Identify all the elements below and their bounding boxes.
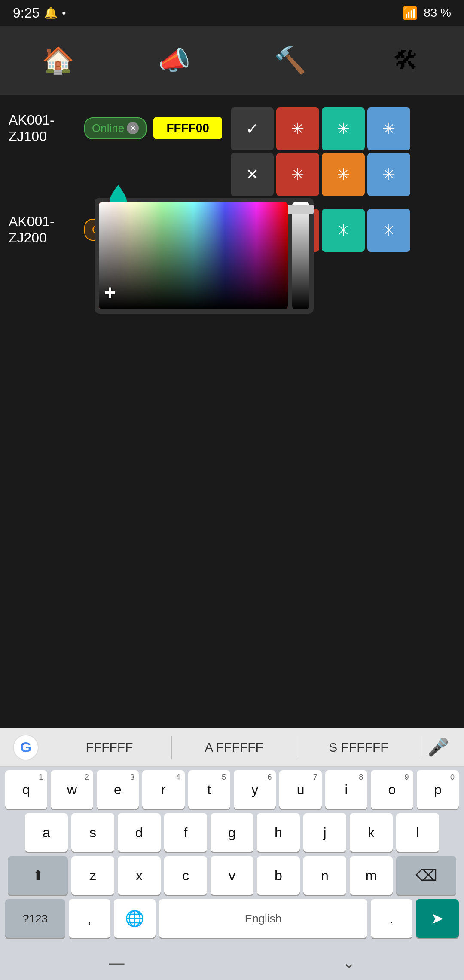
bottom-chevron[interactable]: ⌄: [342, 954, 355, 972]
key-v[interactable]: v: [211, 856, 253, 895]
gradient-area: [99, 202, 288, 309]
star-btn-b1[interactable]: ✳: [367, 107, 410, 150]
key-g[interactable]: g: [211, 813, 253, 852]
key-c[interactable]: c: [164, 856, 207, 895]
google-logo: G: [9, 730, 43, 765]
status-bar: 9:25 🔔 • 📶 83 %: [0, 0, 464, 26]
mic-button[interactable]: 🎤: [421, 730, 455, 765]
hammer-nav-icon[interactable]: 🔨: [269, 39, 311, 82]
star-btn-r1[interactable]: ✳: [276, 107, 319, 150]
period-key[interactable]: .: [371, 899, 412, 938]
home-nav-icon[interactable]: 🏠: [37, 39, 79, 82]
key-row-bottom: ?123 , 🌐 English . ➤: [5, 899, 459, 938]
star-btn-b2[interactable]: ✳: [367, 153, 410, 196]
key-s[interactable]: s: [71, 813, 114, 852]
battery-level: 83 %: [424, 6, 451, 20]
key-j[interactable]: j: [303, 813, 346, 852]
key-x[interactable]: x: [118, 856, 161, 895]
star-btn-o1[interactable]: ✳: [322, 153, 365, 196]
status-close-1[interactable]: ✕: [127, 122, 139, 134]
globe-key[interactable]: 🌐: [114, 899, 156, 938]
shift-key[interactable]: ⬆: [8, 856, 68, 895]
check-btn-1[interactable]: ✓: [231, 107, 274, 150]
star-btn-t1[interactable]: ✳: [322, 107, 365, 150]
gradient-canvas[interactable]: +: [99, 202, 288, 309]
brightness-slider[interactable]: [292, 202, 309, 309]
backspace-key[interactable]: ⌫: [396, 856, 456, 895]
tools-nav-icon[interactable]: 🛠: [385, 39, 427, 82]
num-key[interactable]: ?123: [5, 899, 65, 938]
device-status-1[interactable]: Online ✕: [84, 117, 147, 139]
key-u[interactable]: 7u: [279, 770, 321, 809]
key-row-1: 1q 2w 3e 4r 5t 6y 7u 8i 9o 0p: [5, 770, 459, 809]
keyboard-area: G FFFFFF A FFFFFF S FFFFFF 🎤 1q 2w 3e 4r…: [0, 728, 464, 980]
status-time: 9:25: [13, 5, 40, 21]
star-btn-b3[interactable]: ✳: [367, 209, 410, 252]
bottom-dash[interactable]: —: [109, 954, 125, 972]
suggestion-1[interactable]: FFFFFF: [47, 736, 172, 759]
action-grid-1: ✓ ✳ ✳ ✳ ✕ ✳ ✳ ✳: [231, 107, 410, 196]
enter-key[interactable]: ➤: [416, 899, 459, 938]
suggestion-3[interactable]: S FFFFFF: [296, 736, 421, 759]
star-btn-t2[interactable]: ✳: [322, 209, 365, 252]
slider-handle[interactable]: [288, 205, 314, 214]
key-q[interactable]: 1q: [5, 770, 47, 809]
comma-key[interactable]: ,: [69, 899, 110, 938]
key-row-2: a s d f g h j k l: [5, 813, 459, 852]
key-a[interactable]: a: [25, 813, 68, 852]
device-info-1: AK001-ZJ100 Online ✕ FFFF00: [9, 107, 222, 145]
device-row-1: AK001-ZJ100 Online ✕ FFFF00 ✓ ✳ ✳ ✳ ✕ ✳ …: [9, 107, 455, 196]
key-y[interactable]: 6y: [234, 770, 276, 809]
key-h[interactable]: h: [257, 813, 300, 852]
color-picker-popup[interactable]: +: [95, 198, 314, 314]
signal-dot: •: [62, 6, 66, 20]
color-value-1[interactable]: FFFF00: [153, 117, 222, 139]
megaphone-nav-icon[interactable]: 📣: [153, 39, 195, 82]
space-key[interactable]: English: [159, 899, 367, 938]
nav-bar: 🏠 📣 🔨 🛠: [0, 26, 464, 95]
key-r[interactable]: 4r: [142, 770, 184, 809]
plus-icon: +: [104, 281, 116, 304]
key-m[interactable]: m: [350, 856, 393, 895]
key-z[interactable]: z: [71, 856, 114, 895]
key-i[interactable]: 8i: [325, 770, 367, 809]
bottom-bar: — ⌄: [0, 946, 464, 980]
suggestion-2[interactable]: A FFFFFF: [172, 736, 296, 759]
key-f[interactable]: f: [164, 813, 207, 852]
status-right: 📶 83 %: [403, 6, 451, 20]
star-btn-r2[interactable]: ✳: [276, 153, 319, 196]
key-k[interactable]: k: [350, 813, 393, 852]
key-row-3: ⬆ z x c v b n m ⌫: [5, 856, 459, 895]
device-name-2: AK001-ZJ200: [9, 213, 77, 246]
signal-icon: 📶: [403, 6, 418, 20]
x-btn-1[interactable]: ✕: [231, 153, 274, 196]
key-p[interactable]: 0p: [417, 770, 459, 809]
suggestions-bar: G FFFFFF A FFFFFF S FFFFFF 🎤: [0, 728, 464, 767]
key-t[interactable]: 5t: [188, 770, 230, 809]
notification-icon: 🔔: [44, 6, 58, 20]
key-e[interactable]: 3e: [97, 770, 139, 809]
status-left: 9:25 🔔 •: [13, 5, 66, 21]
status-label-1: Online: [92, 122, 124, 135]
key-n[interactable]: n: [303, 856, 346, 895]
key-b[interactable]: b: [257, 856, 300, 895]
key-d[interactable]: d: [118, 813, 161, 852]
key-o[interactable]: 9o: [371, 770, 413, 809]
device-name-1: AK001-ZJ100: [9, 112, 77, 145]
keyboard-rows: 1q 2w 3e 4r 5t 6y 7u 8i 9o 0p a s d f g …: [0, 767, 464, 946]
key-w[interactable]: 2w: [51, 770, 93, 809]
main-content: AK001-ZJ100 Online ✕ FFFF00 ✓ ✳ ✳ ✳ ✕ ✳ …: [0, 95, 464, 278]
key-l[interactable]: l: [396, 813, 439, 852]
